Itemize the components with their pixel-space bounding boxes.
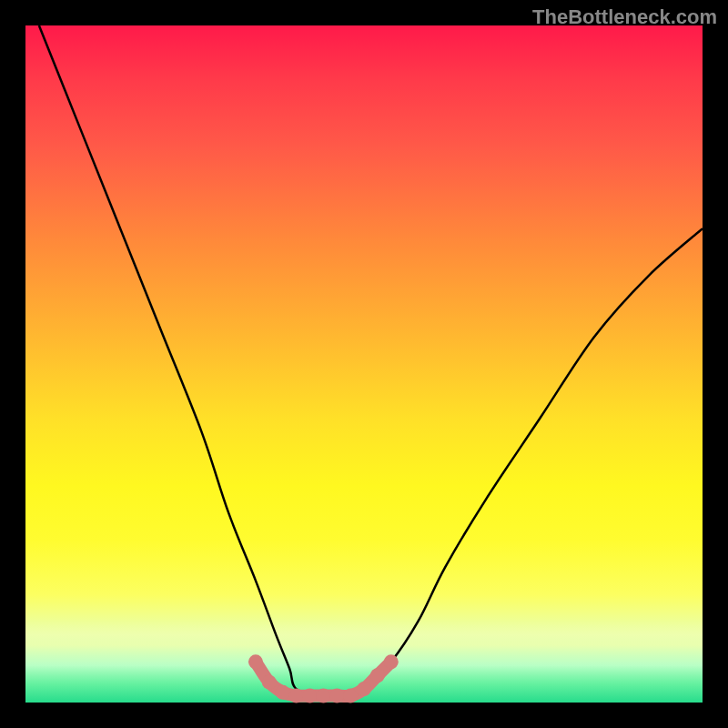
valley-dot	[343, 689, 358, 703]
chart-svg	[25, 25, 703, 703]
chart-plot-area	[25, 25, 703, 703]
valley-dot	[262, 675, 277, 690]
valley-dot	[316, 689, 330, 703]
valley-dot	[370, 668, 385, 682]
valley-dot	[276, 685, 290, 700]
watermark-text: TheBottleneck.com	[532, 5, 717, 29]
valley-dot	[248, 654, 263, 669]
valley-dot	[357, 682, 371, 696]
valley-dot	[329, 689, 344, 703]
valley-dot	[384, 654, 399, 669]
bottleneck-curve	[39, 25, 703, 696]
valley-dot	[289, 689, 304, 703]
valley-marker-dots	[248, 654, 399, 703]
valley-dot	[302, 689, 317, 703]
